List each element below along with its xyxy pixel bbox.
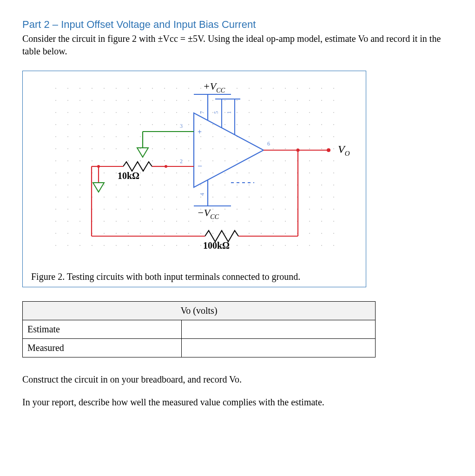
row-value-estimate[interactable] <box>181 320 375 339</box>
vcc-neg-sub: CC <box>210 213 219 220</box>
row-value-measured[interactable] <box>181 339 375 357</box>
vcc-neg-label: −V <box>197 207 211 218</box>
pin-plus: + <box>198 128 202 136</box>
pin3: 3 <box>180 123 183 129</box>
vo-sub: O <box>345 150 350 157</box>
figure-container: +VCC 7 5 1 −VCC 4 + 3 <box>22 71 366 287</box>
pin5: 5 <box>213 111 219 114</box>
figure-caption: Figure 2. Testing circuits with both inp… <box>31 271 357 282</box>
r2-label: 100kΩ <box>203 240 230 251</box>
vo-table: Vo (volts) Estimate Measured <box>22 301 376 357</box>
row-label-estimate: Estimate <box>23 320 182 339</box>
table-row: Estimate <box>23 320 376 339</box>
pin6: 6 <box>267 140 270 147</box>
svg-point-22 <box>327 148 330 152</box>
prompt-text: Consider the circuit in figure 2 with ±V… <box>22 33 453 58</box>
instruction-line-2: In your report, describe how well the me… <box>22 397 453 408</box>
pin-minus: − <box>198 161 202 171</box>
circuit-diagram: +VCC 7 5 1 −VCC 4 + 3 <box>31 76 357 269</box>
pin4: 4 <box>199 193 205 196</box>
svg-text:+VCC: +VCC <box>203 80 225 94</box>
section-heading: Part 2 – Input Offset Voltage and Input … <box>22 19 453 31</box>
vcc-pos-label: +V <box>203 80 218 92</box>
pin2: 2 <box>180 158 183 165</box>
svg-point-29 <box>297 149 300 152</box>
row-label-measured: Measured <box>23 339 182 357</box>
svg-point-30 <box>165 165 167 168</box>
table-row: Measured <box>23 339 376 357</box>
r1-label: 10kΩ <box>118 171 139 181</box>
pin7: 7 <box>199 111 205 114</box>
svg-point-31 <box>97 165 100 168</box>
instruction-line-1: Construct the circuit in on your breadbo… <box>22 374 453 385</box>
pin1: 1 <box>226 111 232 114</box>
vcc-pos-sub: CC <box>216 87 225 94</box>
table-header: Vo (volts) <box>23 302 376 320</box>
svg-text:VO: VO <box>338 143 350 157</box>
